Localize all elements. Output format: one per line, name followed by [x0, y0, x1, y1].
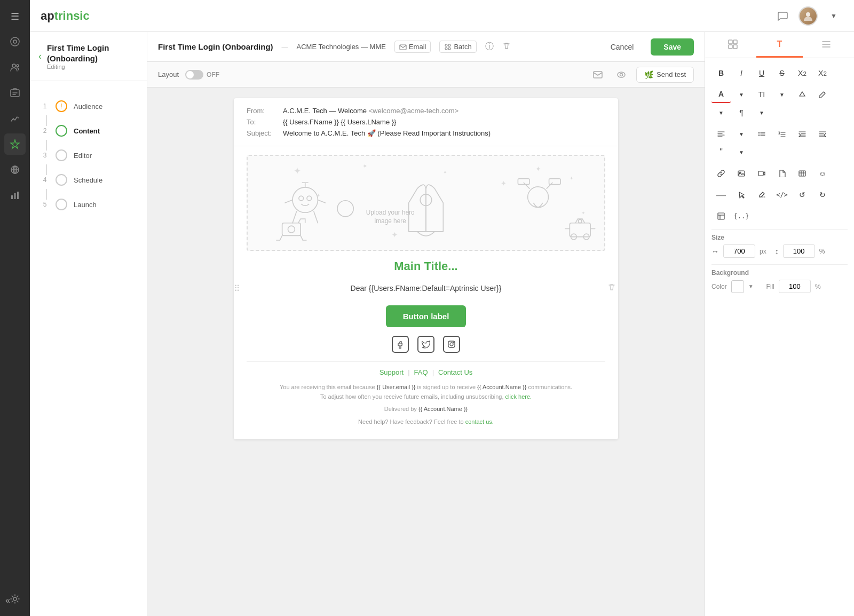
- emoji-button[interactable]: ☺: [813, 165, 832, 182]
- send-test-button[interactable]: 🌿 Send test: [636, 67, 694, 83]
- blockquote-dropdown[interactable]: ▼: [732, 144, 751, 161]
- svg-point-54: [758, 135, 760, 136]
- width-input[interactable]: [723, 244, 755, 258]
- underline-button[interactable]: U: [752, 65, 771, 82]
- bold-button[interactable]: B: [711, 65, 731, 82]
- undo-button[interactable]: ↺: [793, 186, 812, 203]
- highlight-button[interactable]: [752, 186, 771, 203]
- fill-color-button[interactable]: [793, 86, 812, 103]
- redo-button[interactable]: ↻: [813, 186, 832, 203]
- fill-input[interactable]: [779, 280, 811, 293]
- twitter-icon[interactable]: [417, 336, 434, 353]
- email-main-title[interactable]: Main Title...: [247, 259, 605, 273]
- step-item-audience[interactable]: 1 ! Audience: [30, 94, 147, 119]
- trash-icon[interactable]: [502, 42, 511, 52]
- link-button[interactable]: [711, 165, 731, 182]
- nav-item-users[interactable]: [4, 57, 26, 78]
- table-button[interactable]: [793, 165, 812, 182]
- blockquote-button[interactable]: ": [711, 144, 731, 161]
- svg-rect-45: [448, 341, 455, 348]
- dropdown-arrow-icon[interactable]: ▼: [824, 6, 843, 26]
- facebook-icon[interactable]: [392, 336, 409, 353]
- svg-point-10: [13, 597, 17, 601]
- dear-text[interactable]: Dear {{Users.FName:Default=Aptrinsic Use…: [351, 284, 502, 293]
- image-button[interactable]: [732, 165, 751, 182]
- widget-button[interactable]: [711, 208, 731, 225]
- align-left-button[interactable]: [711, 125, 731, 143]
- pen-dropdown[interactable]: ▼: [711, 104, 731, 121]
- hamburger-menu[interactable]: ☰: [6, 6, 23, 27]
- footer-faq-link[interactable]: FAQ: [414, 368, 428, 376]
- list-ordered-button[interactable]: [772, 125, 792, 143]
- svg-rect-8: [14, 193, 16, 199]
- paragraph-dropdown[interactable]: ▼: [752, 104, 771, 121]
- page-title-area: ‹ First Time Login (Onboarding) Editing: [30, 43, 147, 81]
- preview-icon[interactable]: [613, 66, 630, 83]
- cursor-button[interactable]: [732, 186, 751, 203]
- drag-handle[interactable]: ⠿: [234, 283, 240, 294]
- nav-item-engagement[interactable]: [4, 31, 26, 52]
- superscript-button[interactable]: X2: [813, 65, 832, 82]
- chat-icon[interactable]: [773, 6, 792, 26]
- hr-button[interactable]: —: [711, 186, 731, 203]
- user-avatar[interactable]: [798, 6, 818, 26]
- align-left-dropdown[interactable]: ▼: [732, 125, 751, 143]
- video-button[interactable]: [752, 165, 771, 182]
- save-button[interactable]: Save: [651, 38, 694, 56]
- font-color-dropdown[interactable]: ▼: [732, 86, 751, 103]
- paragraph-button[interactable]: ¶: [732, 104, 751, 121]
- step-item-launch[interactable]: 5 Launch: [30, 192, 147, 217]
- layout-toggle[interactable]: OFF: [185, 70, 219, 80]
- list-unordered-button[interactable]: [752, 125, 771, 143]
- step-label-editor: Editor: [74, 152, 92, 160]
- email-cta-button[interactable]: Button label: [386, 305, 466, 327]
- rp-tab-grid[interactable]: [709, 32, 756, 58]
- subscript-button[interactable]: X2: [793, 65, 812, 82]
- rp-tab-settings[interactable]: [803, 32, 850, 58]
- svg-point-1: [13, 40, 17, 43]
- footer-support-link[interactable]: Support: [379, 368, 404, 376]
- step-label-schedule: Schedule: [74, 176, 102, 184]
- cancel-button[interactable]: Cancel: [602, 40, 643, 54]
- info-icon[interactable]: ⓘ: [485, 41, 494, 52]
- nav-item-segments[interactable]: [4, 159, 26, 180]
- text-style-button[interactable]: TI: [752, 86, 771, 103]
- fill-unit: %: [815, 283, 821, 290]
- nav-item-journeys[interactable]: [4, 133, 26, 155]
- back-arrow[interactable]: ‹: [38, 51, 42, 62]
- font-color-button[interactable]: A: [711, 86, 731, 103]
- step-item-content[interactable]: 2 Content: [30, 119, 147, 143]
- step-item-schedule[interactable]: 4 Schedule: [30, 168, 147, 192]
- italic-button[interactable]: I: [732, 65, 751, 82]
- color-dropdown-arrow[interactable]: ▼: [748, 283, 754, 289]
- nav-item-projects[interactable]: [4, 82, 26, 104]
- hero-image-area[interactable]: ✦ ✦ ✦ ✦ ✦ ✦ ✦ ✦ ✦: [247, 155, 605, 251]
- email-icon[interactable]: [589, 66, 606, 83]
- rp-tab-text[interactable]: T: [756, 32, 803, 58]
- svg-point-3: [17, 65, 19, 67]
- svg-rect-40: [549, 179, 561, 185]
- footer-contact-link[interactable]: Contact Us: [438, 368, 472, 376]
- variable-button[interactable]: {..}: [732, 208, 751, 225]
- color-swatch[interactable]: [731, 280, 744, 293]
- delete-row-button[interactable]: [607, 283, 616, 294]
- nav-item-reports[interactable]: [4, 185, 26, 206]
- svg-point-11: [806, 12, 810, 17]
- svg-point-31: [307, 196, 312, 201]
- svg-rect-7: [11, 195, 13, 199]
- batch-badge[interactable]: Batch: [439, 41, 476, 53]
- indent-increase-button[interactable]: [793, 125, 812, 143]
- email-badge[interactable]: Email: [394, 41, 431, 53]
- height-input[interactable]: [783, 244, 815, 258]
- text-style-dropdown[interactable]: ▼: [772, 86, 792, 103]
- step-label-launch: Launch: [74, 201, 97, 209]
- nav-item-analytics[interactable]: [4, 108, 26, 129]
- code-button[interactable]: </>: [772, 186, 792, 203]
- pen-button[interactable]: [813, 86, 832, 103]
- instagram-icon[interactable]: [443, 336, 460, 353]
- indent-decrease-button[interactable]: [813, 125, 832, 143]
- svg-rect-17: [594, 72, 602, 78]
- strikethrough-button[interactable]: S: [772, 65, 792, 82]
- file-button[interactable]: [772, 165, 792, 182]
- step-item-editor[interactable]: 3 Editor: [30, 143, 147, 168]
